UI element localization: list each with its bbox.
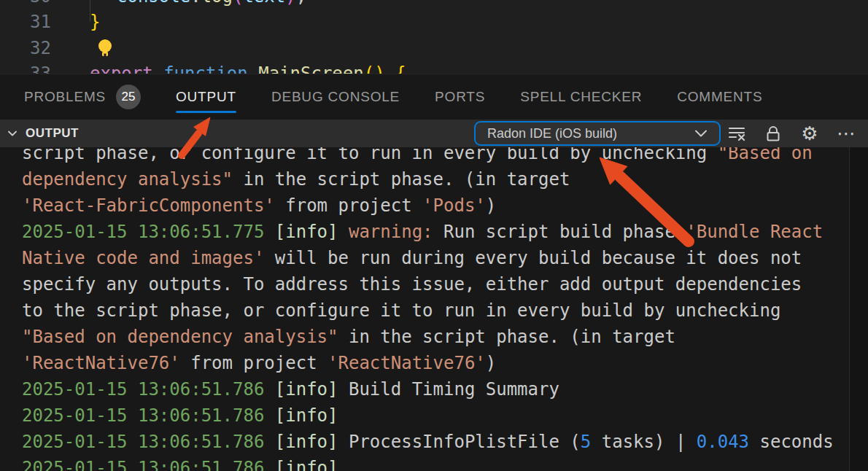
- editor-code-area: 30console.log(text);31}3233export functi…: [0, 0, 868, 74]
- log-line: 2025-01-15 13:06:51.786 [info] Build Tim…: [22, 376, 868, 402]
- code-text: export function MainScreen() {: [90, 61, 406, 74]
- tab-label: PROBLEMS: [24, 89, 106, 105]
- log-line: 2025-01-15 13:06:51.786 [info] ProcessIn…: [22, 429, 868, 455]
- editor-line-30: 30console.log(text);: [0, 0, 868, 9]
- output-log-lines: script phase, or configure it to run in …: [0, 120, 868, 471]
- panel-tabbar: PROBLEMS25OUTPUTDEBUG CONSOLEPORTSSPELL …: [0, 74, 868, 120]
- log-line: 2025-01-15 13:06:51.775 [info] warning: …: [22, 219, 868, 245]
- editor-line-31: 31}: [0, 9, 868, 35]
- output-log: script phase, or configure it to run in …: [0, 120, 868, 471]
- log-line: 'ReactNative76' from project 'ReactNativ…: [22, 350, 868, 376]
- log-line: 2025-01-15 13:06:51.786 [info]: [22, 455, 868, 471]
- line-number: 30: [0, 0, 51, 9]
- log-scrollbar[interactable]: [849, 147, 868, 471]
- code-text: console.log(text);: [117, 0, 306, 9]
- line-number: 32: [0, 36, 51, 61]
- lock-icon[interactable]: [763, 123, 783, 144]
- collapse-chevron-icon[interactable]: [6, 127, 19, 140]
- log-line: specify any outputs. To address this iss…: [22, 271, 868, 297]
- more-actions-icon[interactable]: ⋯: [836, 123, 856, 144]
- output-panel-header: OUTPUT Radon IDE (iOS build) ⚙: [0, 120, 868, 147]
- output-channel-select[interactable]: Radon IDE (iOS build): [474, 121, 721, 146]
- chevron-down-icon: [694, 129, 708, 138]
- log-line: "Based on dependency analysis" in the sc…: [22, 324, 868, 350]
- panel-header-actions: ⚙ ⋯: [726, 120, 856, 147]
- output-channel-value: Radon IDE (iOS build): [487, 126, 617, 141]
- gear-icon[interactable]: ⚙: [799, 123, 820, 144]
- tab-output[interactable]: OUTPUT: [176, 74, 236, 120]
- line-number: 33: [0, 61, 51, 74]
- editor-line-32: 32: [0, 36, 868, 61]
- tab-label: SPELL CHECKER: [520, 89, 642, 105]
- log-line: to the script phase, or configure it to …: [22, 297, 868, 324]
- clear-output-icon[interactable]: [726, 123, 747, 144]
- panel-title: OUTPUT: [26, 126, 79, 141]
- problems-count-badge: 25: [116, 85, 141, 109]
- log-line: 2025-01-15 13:06:51.786 [info]: [22, 402, 868, 429]
- line-number: 31: [0, 9, 51, 35]
- tab-label: PORTS: [435, 89, 485, 105]
- tab-label: OUTPUT: [176, 89, 236, 105]
- log-line: Native code and images' will be run duri…: [22, 245, 868, 271]
- log-line: 'React-FabricComponents' from project 'P…: [22, 192, 868, 219]
- tab-ports[interactable]: PORTS: [435, 74, 485, 120]
- code-text: }: [90, 9, 100, 35]
- tab-label: COMMENTS: [677, 89, 762, 105]
- editor-line-33: 33export function MainScreen() {: [0, 61, 868, 74]
- log-line: dependency analysis" in the script phase…: [22, 166, 868, 192]
- tab-problems[interactable]: PROBLEMS25: [24, 74, 141, 120]
- tab-label: DEBUG CONSOLE: [271, 89, 400, 105]
- tab-comments[interactable]: COMMENTS: [677, 74, 762, 120]
- tab-debug-console[interactable]: DEBUG CONSOLE: [271, 74, 400, 120]
- tab-spell-checker[interactable]: SPELL CHECKER: [520, 74, 642, 120]
